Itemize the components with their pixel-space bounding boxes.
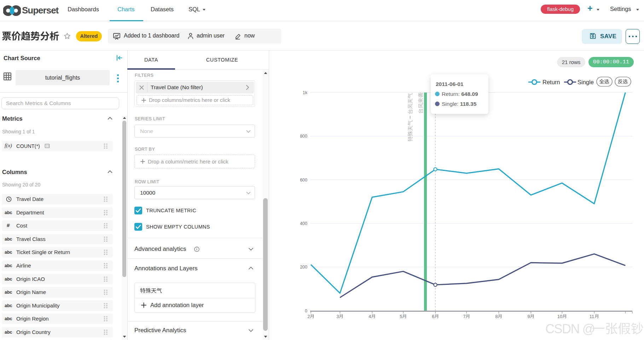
svg-text:3: 3 [336, 314, 339, 319]
svg-text:CSDN @: CSDN @ [545, 322, 595, 336]
svg-text:11: 11 [590, 314, 594, 319]
svg-text:200: 200 [300, 265, 307, 270]
svg-text:Single: Single [578, 79, 594, 85]
svg-text:Return: Return [543, 79, 560, 85]
svg-text:5: 5 [400, 314, 402, 319]
svg-text:600: 600 [300, 178, 307, 183]
svg-text:4: 4 [369, 314, 371, 319]
svg-text:8: 8 [495, 314, 498, 319]
svg-text:1k: 1k [303, 90, 308, 95]
svg-text:400: 400 [300, 221, 307, 226]
svg-text:2: 2 [307, 314, 310, 319]
svg-text:10: 10 [557, 314, 562, 319]
svg-text:0: 0 [305, 309, 307, 313]
svg-text:800: 800 [300, 134, 307, 139]
svg-text:6: 6 [432, 314, 434, 319]
svg-text:7: 7 [463, 314, 465, 319]
svg-text:9: 9 [527, 314, 530, 319]
